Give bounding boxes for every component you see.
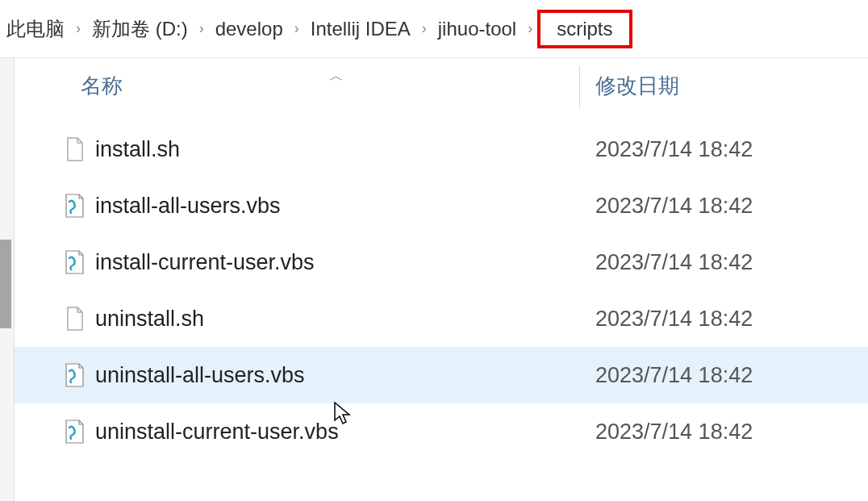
file-date: 2023/7/14 18:42 xyxy=(579,307,753,332)
file-date: 2023/7/14 18:42 xyxy=(579,420,753,445)
file-name: uninstall.sh xyxy=(95,307,579,332)
file-list-area: 名称 ︿ 修改日期 install.sh 2023/7/14 18:42 xyxy=(15,58,868,501)
file-row[interactable]: uninstall.sh 2023/7/14 18:42 xyxy=(15,290,868,347)
file-date: 2023/7/14 18:42 xyxy=(579,250,753,275)
vbs-file-icon xyxy=(63,249,86,275)
file-date: 2023/7/14 18:42 xyxy=(579,363,753,388)
file-row[interactable]: uninstall-current-user.vbs 2023/7/14 18:… xyxy=(15,403,868,460)
chevron-right-icon: › xyxy=(71,20,86,37)
file-date: 2023/7/14 18:42 xyxy=(579,194,753,219)
file-name: install.sh xyxy=(95,137,579,162)
file-name: install-all-users.vbs xyxy=(95,194,579,219)
sort-ascending-icon: ︿ xyxy=(329,66,344,86)
file-name: uninstall-all-users.vbs xyxy=(95,363,579,388)
sidebar-scroll-indicator xyxy=(0,240,11,328)
column-header-date[interactable]: 修改日期 xyxy=(579,72,679,100)
file-row[interactable]: uninstall-all-users.vbs 2023/7/14 18:42 xyxy=(15,347,868,403)
file-date: 2023/7/14 18:42 xyxy=(579,137,753,162)
file-icon xyxy=(63,306,86,332)
breadcrumb-item-develop[interactable]: develop xyxy=(209,16,290,42)
breadcrumb: 此电脑 › 新加卷 (D:) › develop › Intellij IDEA… xyxy=(0,0,868,58)
breadcrumb-item-scripts[interactable]: scripts xyxy=(537,10,632,48)
file-row[interactable]: install-all-users.vbs 2023/7/14 18:42 xyxy=(15,177,868,234)
file-icon xyxy=(63,136,86,162)
column-headers: 名称 ︿ 修改日期 xyxy=(15,58,868,115)
file-row[interactable]: install.sh 2023/7/14 18:42 xyxy=(15,121,868,177)
breadcrumb-item-jihuo[interactable]: jihuo-tool xyxy=(432,16,523,42)
file-list: install.sh 2023/7/14 18:42 install-all-u… xyxy=(15,115,868,460)
vbs-file-icon xyxy=(63,193,86,219)
breadcrumb-item-intellij[interactable]: Intellij IDEA xyxy=(304,16,417,42)
column-divider[interactable] xyxy=(579,66,580,109)
file-row[interactable]: install-current-user.vbs 2023/7/14 18:42 xyxy=(15,234,868,290)
vbs-file-icon xyxy=(63,419,86,445)
vbs-file-icon xyxy=(63,362,86,388)
chevron-right-icon: › xyxy=(290,20,304,37)
chevron-right-icon: › xyxy=(417,20,432,37)
breadcrumb-item-drive[interactable]: 新加卷 (D:) xyxy=(86,15,194,44)
column-header-name[interactable]: 名称 xyxy=(15,72,579,100)
chevron-right-icon: › xyxy=(194,20,209,37)
chevron-right-icon: › xyxy=(523,20,537,37)
file-name: uninstall-current-user.vbs xyxy=(95,420,579,445)
breadcrumb-item-pc[interactable]: 此电脑 xyxy=(0,15,71,44)
file-name: install-current-user.vbs xyxy=(95,250,579,275)
